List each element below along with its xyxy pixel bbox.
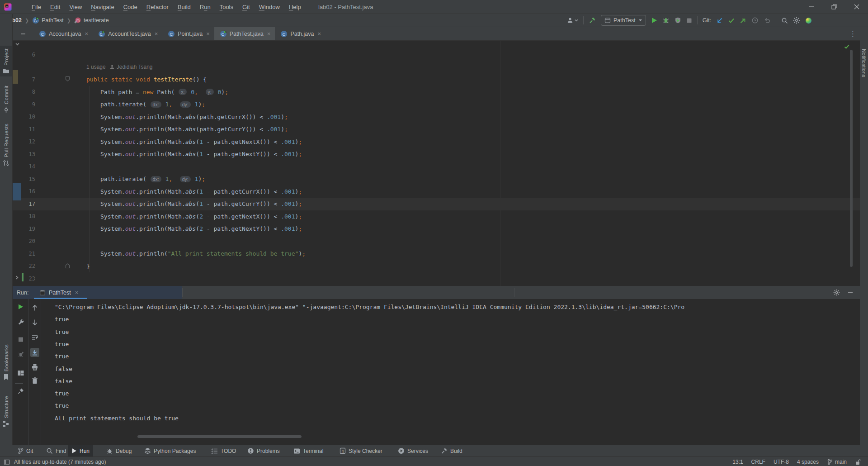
close-icon[interactable]: × xyxy=(267,30,271,37)
code-line[interactable]: 22} xyxy=(13,260,860,273)
tool-window-button-git[interactable]: Git xyxy=(14,445,37,456)
inspections-ok-icon[interactable] xyxy=(844,43,850,50)
edit-configuration-button[interactable] xyxy=(17,319,24,325)
minimize-button[interactable] xyxy=(800,0,823,14)
file-encoding[interactable]: UTF-8 xyxy=(774,459,789,465)
code-line[interactable]: 14 xyxy=(13,161,860,173)
tool-window-button-services[interactable]: Services xyxy=(394,445,432,456)
menu-file[interactable]: File xyxy=(27,4,46,10)
git-history-button[interactable] xyxy=(751,17,759,24)
rerun-debug-button[interactable] xyxy=(17,351,24,358)
menu-run[interactable]: Run xyxy=(195,4,215,10)
author-hint[interactable]: Jedidiah Tsang xyxy=(109,64,153,70)
run-with-coverage-button[interactable] xyxy=(675,17,681,24)
code-line[interactable]: 10System.out.println(Math.abs(path.getCu… xyxy=(13,111,860,124)
git-commit-button[interactable] xyxy=(728,17,735,24)
menu-view[interactable]: View xyxy=(65,4,86,10)
hide-tabs-icon[interactable] xyxy=(13,27,33,40)
run-configuration-select[interactable]: PathTest xyxy=(601,15,646,26)
code-line[interactable]: 19System.out.println(Math.abs(2 - path.g… xyxy=(13,223,860,235)
debug-button[interactable] xyxy=(662,17,670,24)
close-button[interactable] xyxy=(845,0,868,14)
code-line[interactable]: 1 usageJedidiah Tsang xyxy=(13,61,860,74)
line-separator[interactable]: CRLF xyxy=(751,459,765,465)
code-editor[interactable]: 61 usageJedidiah Tsang7public static voi… xyxy=(13,41,860,286)
sidebar-item-bookmarks[interactable]: Bookmarks xyxy=(0,342,12,383)
menu-window[interactable]: Window xyxy=(255,4,284,10)
code-line[interactable]: 7public static void testIterate() { xyxy=(13,73,860,86)
prev-occurrence-button[interactable] xyxy=(32,304,38,311)
code-line[interactable]: 15path.iterate( dx: 1, dy: 1); xyxy=(13,173,860,185)
tool-window-button-python-packages[interactable]: Python Packages xyxy=(141,445,199,456)
code-line[interactable]: 12System.out.println(Math.abs(1 - path.g… xyxy=(13,136,860,148)
hide-panel-icon[interactable] xyxy=(847,290,854,296)
clear-all-button[interactable] xyxy=(32,377,38,384)
sidebar-item-pull-requests[interactable]: Pull Requests xyxy=(0,121,12,169)
tool-window-button-terminal[interactable]: Terminal xyxy=(290,445,327,456)
code-line-current[interactable]: 17System.out.println(Math.abs(1 - path.g… xyxy=(13,198,860,210)
git-push-button[interactable] xyxy=(740,17,746,24)
menu-code[interactable]: Code xyxy=(119,4,142,10)
editor-tab-accounttest[interactable]: CAccountTest.java× xyxy=(93,27,162,40)
settings-button[interactable] xyxy=(793,17,800,24)
ide-updates-icon[interactable] xyxy=(805,17,812,24)
console-output[interactable]: "C:\Program Files\Eclipse Adoptium\jdk-1… xyxy=(42,299,851,445)
run-settings-gear-icon[interactable] xyxy=(833,289,840,296)
gutter-expand-icon[interactable] xyxy=(15,42,20,47)
editor-tab-account[interactable]: CAccount.java× xyxy=(33,27,93,40)
restore-layout-button[interactable] xyxy=(17,370,24,376)
code-line[interactable]: 20 xyxy=(13,235,860,248)
menu-edit[interactable]: Edit xyxy=(46,4,65,10)
tool-window-button-problems[interactable]: Problems xyxy=(244,445,283,456)
code-line[interactable]: 23 xyxy=(13,272,860,285)
print-button[interactable] xyxy=(31,364,38,371)
run-button[interactable] xyxy=(651,17,657,24)
code-annotation-hints[interactable]: 1 usageJedidiah Tsang xyxy=(86,61,153,74)
build-project-icon[interactable] xyxy=(589,17,596,24)
sidebar-item-structure[interactable]: Structure xyxy=(0,393,12,430)
code-line[interactable]: 16System.out.println(Math.abs(1 - path.g… xyxy=(13,185,860,198)
stop-button[interactable] xyxy=(686,18,692,24)
run-console-tab[interactable]: PathTest × xyxy=(34,286,84,299)
code-line[interactable]: 11System.out.println(Math.abs(path.getCu… xyxy=(13,123,860,136)
sidebar-item-project[interactable]: Project xyxy=(0,46,12,76)
close-icon[interactable]: × xyxy=(318,30,321,37)
menu-refactor[interactable]: Refactor xyxy=(142,4,173,10)
tool-window-button-find[interactable]: Find xyxy=(42,445,70,456)
sidebar-item-notifications[interactable]: Notifications xyxy=(861,49,867,77)
search-everywhere-button[interactable] xyxy=(781,17,788,24)
rerun-button[interactable] xyxy=(18,304,24,310)
console-horizontal-scrollbar[interactable] xyxy=(137,435,302,438)
usages-hint[interactable]: 1 usage xyxy=(86,64,106,70)
breadcrumb-item[interactable]: mtestIterate xyxy=(74,17,109,24)
close-icon[interactable]: × xyxy=(75,289,79,296)
code-line[interactable]: 18System.out.println(Math.abs(2 - path.g… xyxy=(13,210,860,223)
tool-window-button-run[interactable]: Run xyxy=(68,445,93,456)
code-line[interactable]: 6 xyxy=(13,48,860,61)
close-icon[interactable]: × xyxy=(155,30,158,37)
menu-build[interactable]: Build xyxy=(173,4,195,10)
tool-window-button-todo[interactable]: TODO xyxy=(208,445,240,456)
code-line[interactable]: 13System.out.println(Math.abs(1 - path.g… xyxy=(13,148,860,161)
next-occurrence-button[interactable] xyxy=(32,319,38,326)
close-icon[interactable]: × xyxy=(206,30,210,37)
user-profile-button[interactable] xyxy=(566,17,578,24)
tool-window-button-style-checker[interactable]: []Style Checker xyxy=(336,445,386,456)
stop-button[interactable] xyxy=(18,337,24,342)
tool-window-button-debug[interactable]: Debug xyxy=(103,445,135,456)
tool-window-toggle-icon[interactable] xyxy=(4,459,10,465)
editor-tab-point[interactable]: CPoint.java× xyxy=(162,27,214,40)
code-line[interactable]: 21System.out.println("All print statemen… xyxy=(13,247,860,260)
fold-marker-open-icon[interactable] xyxy=(65,76,70,82)
git-rollback-button[interactable] xyxy=(764,17,771,24)
sidebar-item-commit[interactable]: Commit xyxy=(0,83,12,116)
indent-setting[interactable]: 4 spaces xyxy=(797,459,819,465)
code-line[interactable]: 8Path path = new Path( x: 0, y: 0); xyxy=(13,86,860,99)
breadcrumb-item[interactable]: CPathTest xyxy=(32,17,64,24)
more-tabs-icon[interactable]: ⋮ xyxy=(849,27,856,40)
git-update-button[interactable] xyxy=(716,17,723,24)
code-line[interactable]: 9path.iterate( dx: 1, dy: 1); xyxy=(13,98,860,111)
tool-window-button-build[interactable]: Build xyxy=(437,445,466,456)
pin-tab-button[interactable] xyxy=(17,388,24,395)
close-icon[interactable]: × xyxy=(85,30,89,37)
